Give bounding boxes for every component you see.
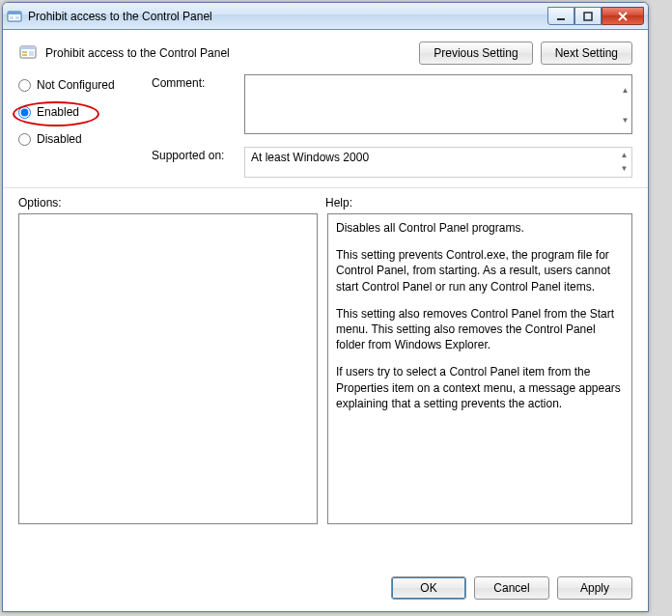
comment-label: Comment: — [152, 74, 238, 137]
supported-label: Supported on: — [152, 147, 238, 178]
svg-rect-3 — [15, 16, 19, 19]
radio-not-configured-label: Not Configured — [37, 78, 115, 92]
header-row: Prohibit access to the Control Panel Pre… — [3, 30, 648, 70]
maximize-button[interactable] — [574, 7, 602, 25]
policy-icon — [18, 43, 38, 63]
options-panel[interactable] — [18, 213, 318, 524]
next-setting-button[interactable]: Next Setting — [541, 42, 632, 65]
window-title: Prohibit access to the Control Panel — [28, 10, 547, 23]
apply-button[interactable]: Apply — [557, 576, 632, 600]
supported-on-value: At least Windows 2000 — [251, 151, 369, 164]
supported-scroll[interactable]: ▲ ▼ — [618, 149, 630, 176]
state-radio-group: Not Configured Enabled Disabled — [18, 74, 152, 178]
dialog-body: Prohibit access to the Control Panel Pre… — [3, 30, 648, 611]
comment-textarea[interactable] — [244, 74, 632, 134]
svg-rect-7 — [20, 46, 36, 49]
window-controls — [547, 7, 644, 25]
comment-scroll[interactable]: ▲ ▼ — [619, 75, 631, 136]
svg-rect-2 — [10, 16, 14, 19]
radio-disabled-label: Disabled — [37, 132, 82, 146]
nav-buttons: Previous Setting Next Setting — [419, 42, 632, 65]
page-title: Prohibit access to the Control Panel — [45, 46, 419, 60]
svg-rect-5 — [584, 13, 592, 20]
radio-disabled[interactable]: Disabled — [18, 132, 152, 146]
top-section: Not Configured Enabled Disabled Comment: — [3, 70, 648, 188]
scroll-up-icon[interactable]: ▲ — [619, 75, 631, 106]
svg-rect-8 — [22, 51, 27, 53]
svg-rect-4 — [557, 18, 565, 20]
svg-rect-1 — [8, 12, 21, 14]
scroll-down-icon[interactable]: ▼ — [618, 162, 630, 176]
close-button[interactable] — [602, 7, 644, 25]
radio-not-configured[interactable]: Not Configured — [18, 78, 152, 92]
help-paragraph: This setting also removes Control Panel … — [336, 306, 624, 353]
svg-rect-10 — [29, 51, 34, 56]
columns: Disables all Control Panel programs. Thi… — [3, 213, 648, 567]
radio-enabled-label: Enabled — [37, 105, 79, 119]
supported-wrap: At least Windows 2000 ▲ ▼ — [244, 147, 632, 178]
previous-setting-button[interactable]: Previous Setting — [419, 42, 532, 65]
fields-grid: Comment: ▲ ▼ Supported on: At least Wind… — [152, 74, 632, 178]
help-paragraph: Disables all Control Panel programs. — [336, 220, 624, 236]
radio-disabled-input[interactable] — [18, 133, 31, 146]
cancel-button[interactable]: Cancel — [474, 576, 549, 600]
titlebar[interactable]: Prohibit access to the Control Panel — [3, 3, 648, 30]
help-paragraph: If users try to select a Control Panel i… — [336, 364, 624, 411]
help-label: Help: — [325, 196, 352, 210]
footer-buttons: OK Cancel Apply — [3, 567, 648, 611]
minimize-button[interactable] — [547, 7, 574, 25]
help-paragraph: This setting prevents Control.exe, the p… — [336, 247, 624, 294]
svg-rect-9 — [22, 54, 27, 56]
scroll-down-icon[interactable]: ▼ — [619, 106, 631, 137]
comment-wrap: ▲ ▼ — [244, 74, 632, 137]
radio-not-configured-input[interactable] — [18, 79, 31, 92]
radio-enabled[interactable]: Enabled — [18, 105, 152, 119]
app-icon — [7, 9, 22, 24]
supported-on-box: At least Windows 2000 ▲ ▼ — [244, 147, 632, 178]
options-label: Options: — [18, 196, 325, 210]
ok-button[interactable]: OK — [391, 576, 466, 600]
help-panel[interactable]: Disables all Control Panel programs. Thi… — [327, 213, 632, 524]
radio-enabled-input[interactable] — [18, 106, 31, 119]
dialog-window: Prohibit access to the Control Panel — [2, 2, 649, 612]
columns-labels: Options: Help: — [3, 188, 648, 213]
scroll-up-icon[interactable]: ▲ — [618, 149, 630, 162]
